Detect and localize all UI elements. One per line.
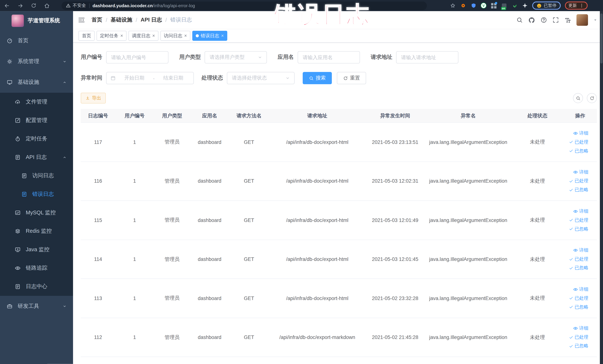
processed-link[interactable]: 已处理: [569, 178, 588, 184]
ignored-link[interactable]: 已忽略: [569, 265, 588, 271]
infra-icon: [7, 79, 13, 85]
sidebar-item-api-log[interactable]: API 日志: [0, 148, 73, 167]
ignored-link[interactable]: 已忽略: [569, 226, 588, 232]
toggle-search-button[interactable]: [573, 93, 583, 103]
detail-link[interactable]: 详细: [573, 169, 588, 176]
close-tab-icon[interactable]: ×: [120, 33, 123, 38]
search-button[interactable]: 搜索: [303, 72, 332, 84]
sidebar-item-file[interactable]: 文件管理: [0, 93, 73, 111]
check-icon: [569, 344, 573, 348]
request-url-input[interactable]: [396, 51, 458, 63]
sidebar-item-trace[interactable]: 链路追踪: [0, 259, 73, 277]
detail-link[interactable]: 详细: [573, 247, 588, 254]
forward-icon[interactable]: [17, 2, 23, 9]
sidebar-item-label: 文件管理: [26, 98, 47, 105]
sidebar-item-redis[interactable]: Redis 监控: [0, 222, 73, 240]
sidebar-item-infra[interactable]: 基础设施: [0, 72, 73, 93]
ignored-link[interactable]: 已忽略: [569, 148, 588, 154]
app-logo[interactable]: 芋道管理系统: [0, 11, 73, 30]
sidebar-item-error-log[interactable]: 错误日志: [0, 185, 73, 204]
orange-ring-extension-icon[interactable]: [460, 2, 466, 9]
exception-time-range-input[interactable]: 开始日期 - 结束日期: [106, 72, 194, 84]
cell-id: 113: [81, 295, 116, 301]
green-v-extension-icon[interactable]: V: [481, 3, 487, 9]
sidebar-item-config[interactable]: 配置管理: [0, 111, 73, 130]
sidebar-item-devtools[interactable]: 研发工具: [0, 296, 73, 317]
detail-link[interactable]: 详细: [573, 208, 588, 214]
help-icon[interactable]: [540, 16, 547, 23]
chevron-down-icon[interactable]: [593, 18, 598, 22]
blue-shield-extension-icon[interactable]: [470, 2, 476, 9]
on-badge-extension-icon[interactable]: on: [501, 2, 507, 9]
ignored-link[interactable]: 已忽略: [569, 187, 588, 193]
address-bar[interactable]: 不安全 dashboard.yudao.iocoder.cn/infra/log…: [61, 1, 427, 10]
bookmark-star-icon[interactable]: [450, 3, 456, 9]
sidebar-item-mysql[interactable]: MySQL 监控: [0, 203, 73, 222]
tab-tag[interactable]: 调度日志×: [128, 31, 159, 41]
processed-link[interactable]: 已处理: [569, 139, 588, 145]
security-label[interactable]: 不安全: [73, 3, 86, 9]
hamburger-icon[interactable]: [78, 16, 85, 24]
detail-link[interactable]: 详细: [573, 325, 588, 332]
tab-tag[interactable]: 首页: [78, 31, 94, 41]
search-icon[interactable]: [516, 16, 523, 23]
eye-icon: [573, 287, 578, 292]
github-icon[interactable]: [528, 16, 535, 23]
tab-tag[interactable]: 错误日志×: [192, 31, 227, 41]
user-type-select[interactable]: 请选择用户类型: [205, 51, 267, 63]
sidebar-item-log-center[interactable]: 日志中心: [0, 277, 73, 296]
breadcrumb-item[interactable]: API 日志: [141, 16, 162, 23]
back-icon[interactable]: [4, 2, 10, 9]
sprout-extension-icon[interactable]: [511, 2, 518, 9]
cell-url: /api/infra/db-doc/export-html: [269, 139, 365, 145]
ignored-link[interactable]: 已忽略: [569, 304, 588, 310]
eye-icon: [573, 170, 578, 175]
profile-paused-badge[interactable]: 已暂停: [532, 1, 561, 10]
close-tab-icon[interactable]: ×: [152, 33, 155, 38]
browser-update-button[interactable]: 更新: [565, 1, 588, 10]
process-status-select[interactable]: 请选择处理状态: [227, 72, 295, 84]
tag-label: 定时任务: [100, 33, 118, 39]
sidebar-item-home[interactable]: 首页: [0, 30, 73, 51]
processed-link[interactable]: 已处理: [569, 217, 588, 223]
sidebar-item-job[interactable]: 定时任务: [0, 130, 73, 148]
browser-scrollbar[interactable]: [600, 11, 603, 364]
home-icon[interactable]: [44, 2, 50, 9]
ignored-link[interactable]: 已忽略: [569, 343, 588, 349]
tab-tag[interactable]: 定时任务×: [97, 31, 127, 41]
monitor-icon: [15, 247, 21, 253]
close-tab-icon[interactable]: ×: [184, 33, 187, 38]
font-size-icon[interactable]: [564, 16, 571, 23]
breadcrumb-item[interactable]: 首页: [92, 16, 102, 23]
detail-link[interactable]: 详细: [573, 130, 588, 137]
export-button[interactable]: 导出: [81, 93, 106, 104]
browser-menu-icon[interactable]: [579, 3, 584, 8]
reload-icon[interactable]: [31, 3, 36, 9]
exception-time-filter: 异常时间 开始日期 - 结束日期: [81, 72, 194, 84]
sidebar-item-label: 基础设施: [18, 79, 39, 86]
app-name-input[interactable]: [298, 51, 360, 63]
cell-user_type: 管理员: [154, 139, 190, 145]
close-tab-icon[interactable]: ×: [221, 33, 224, 38]
detail-link[interactable]: 详细: [573, 286, 588, 293]
cell-time: 2021-05-03 12:01:45: [365, 256, 425, 262]
tab-tag[interactable]: 访问日志×: [160, 31, 190, 41]
column-header: 日志编号: [81, 112, 116, 119]
breadcrumb-item[interactable]: 基础设施: [111, 16, 132, 23]
scrollbar-thumb[interactable]: [600, 13, 603, 64]
refresh-table-button[interactable]: [587, 93, 597, 103]
reset-button[interactable]: 重置: [337, 72, 366, 84]
user-id-input[interactable]: [106, 51, 169, 63]
cell-exception: java.lang.IllegalArgumentException: [425, 217, 511, 223]
avatar[interactable]: [577, 14, 588, 26]
processed-link[interactable]: 已处理: [569, 295, 588, 302]
sidebar-item-system[interactable]: 系统管理: [0, 51, 73, 72]
pinwheel-extension-icon[interactable]: [522, 2, 528, 9]
processed-link[interactable]: 已处理: [569, 334, 588, 341]
sidebar-item-access-log[interactable]: 访问日志: [0, 166, 73, 185]
fullscreen-icon[interactable]: [552, 16, 559, 23]
grid-extension-icon[interactable]: [491, 2, 497, 9]
search-icon: [576, 96, 580, 101]
sidebar-item-java[interactable]: Java 监控: [0, 240, 73, 259]
processed-link[interactable]: 已处理: [569, 256, 588, 262]
